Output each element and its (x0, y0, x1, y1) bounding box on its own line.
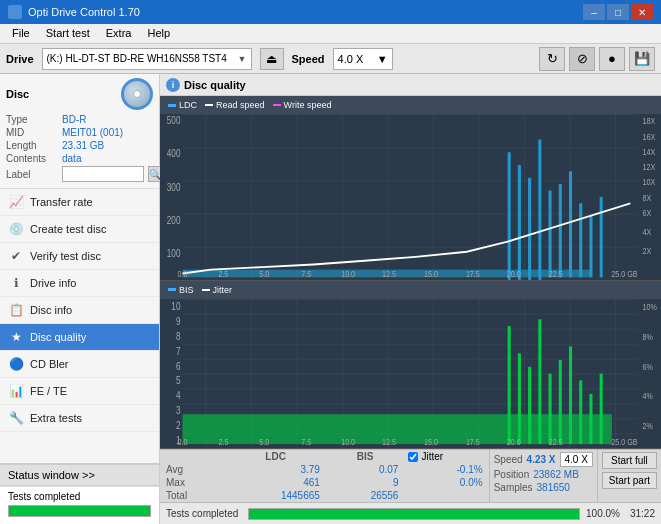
chart-title-icon: i (166, 78, 180, 92)
read-legend-dot (205, 104, 213, 106)
svg-rect-57 (538, 319, 541, 444)
position-row: Position 23862 MB (494, 469, 593, 480)
chart-header: i Disc quality (160, 74, 661, 96)
app-title: Opti Drive Control 1.70 (28, 6, 140, 18)
speed-stat-value: 4.23 X (527, 454, 556, 465)
svg-text:10%: 10% (643, 301, 658, 312)
maximize-button[interactable]: □ (607, 4, 629, 20)
extra-tests-icon: 🔧 (8, 410, 24, 426)
jitter-check-cell: Jitter (404, 450, 488, 463)
svg-rect-53 (182, 414, 611, 444)
svg-text:25.0 GB: 25.0 GB (611, 436, 638, 447)
svg-text:7: 7 (176, 344, 181, 356)
disc-label-input[interactable] (62, 166, 144, 182)
drive-dropdown-arrow: ▼ (238, 54, 247, 64)
svg-text:20.0: 20.0 (507, 270, 521, 280)
disc-mid-row: MID MEIT01 (001) (6, 127, 153, 138)
svg-text:4: 4 (176, 389, 181, 401)
bottom-progress-fill (249, 509, 579, 519)
type-label: Type (6, 114, 58, 125)
mid-value: MEIT01 (001) (62, 127, 123, 138)
svg-rect-18 (528, 178, 531, 280)
svg-text:5.0: 5.0 (259, 436, 269, 447)
svg-text:10.0: 10.0 (341, 270, 355, 280)
refresh-button[interactable]: ↻ (539, 47, 565, 71)
svg-text:17.5: 17.5 (466, 436, 480, 447)
svg-text:7.5: 7.5 (301, 270, 311, 280)
sidebar-item-extra-tests[interactable]: 🔧 Extra tests (0, 405, 159, 432)
svg-text:8: 8 (176, 329, 181, 341)
svg-rect-56 (528, 367, 531, 444)
bottom-status-bar: Tests completed 100.0% 31:22 (160, 502, 661, 524)
svg-text:20.0: 20.0 (507, 436, 521, 447)
status-section: Status window >> Tests completed (0, 463, 159, 524)
svg-rect-62 (589, 394, 592, 444)
minimize-button[interactable]: – (583, 4, 605, 20)
svg-text:10: 10 (171, 300, 180, 312)
menu-help[interactable]: Help (139, 26, 178, 41)
speed-arrow: ▼ (377, 53, 388, 65)
disc-inner-hole (133, 90, 141, 98)
eject-button[interactable]: ⏏ (260, 48, 284, 70)
svg-text:500: 500 (167, 115, 181, 126)
avg-bis: 0.07 (326, 463, 405, 476)
sidebar-item-drive-info[interactable]: ℹ Drive info (0, 270, 159, 297)
sidebar-item-cd-bler[interactable]: 🔵 CD Bler (0, 351, 159, 378)
svg-rect-58 (549, 373, 552, 444)
jitter-checkbox[interactable] (408, 452, 418, 462)
sidebar-item-fe-te[interactable]: 📊 FE / TE (0, 378, 159, 405)
sidebar-item-disc-quality[interactable]: ★ Disc quality (0, 324, 159, 351)
sidebar-item-disc-info[interactable]: 📋 Disc info (0, 297, 159, 324)
save-button[interactable]: 💾 (629, 47, 655, 71)
svg-text:6: 6 (176, 359, 181, 371)
svg-text:8%: 8% (643, 331, 654, 342)
svg-text:9: 9 (176, 314, 181, 326)
type-value: BD-R (62, 114, 86, 125)
svg-rect-22 (569, 171, 572, 277)
bottom-chart: BIS Jitter 10 9 (160, 281, 661, 449)
disc-length-row: Length 23.31 GB (6, 140, 153, 151)
svg-text:5.0: 5.0 (259, 270, 269, 280)
titlebar-left: Opti Drive Control 1.70 (8, 5, 140, 19)
cd-bler-label: CD Bler (30, 358, 69, 370)
menu-start-test[interactable]: Start test (38, 26, 98, 41)
drive-selector[interactable]: (K:) HL-DT-ST BD-RE WH16NS58 TST4 ▼ (42, 48, 252, 70)
burn-button[interactable]: ● (599, 47, 625, 71)
bottom-progress-percent: 100.0% (586, 508, 620, 519)
menu-extra[interactable]: Extra (98, 26, 140, 41)
max-bis: 9 (326, 476, 405, 489)
legend-jitter: Jitter (202, 285, 233, 295)
fe-te-label: FE / TE (30, 385, 67, 397)
svg-text:2X: 2X (643, 247, 652, 257)
sidebar-item-create-test-disc[interactable]: 💿 Create test disc (0, 216, 159, 243)
svg-rect-25 (600, 197, 603, 277)
svg-text:6%: 6% (643, 360, 654, 371)
svg-rect-54 (508, 326, 511, 444)
svg-text:200: 200 (167, 215, 181, 226)
menu-file[interactable]: File (4, 26, 38, 41)
verify-test-disc-icon: ✔ (8, 248, 24, 264)
drive-info-icon: ℹ (8, 275, 24, 291)
disc-header: Disc (6, 78, 153, 110)
close-button[interactable]: ✕ (631, 4, 653, 20)
titlebar-controls: – □ ✕ (583, 4, 653, 20)
disc-label-row: Label 🔍 (6, 166, 153, 182)
status-window-button[interactable]: Status window >> (0, 464, 159, 486)
disc-quality-label: Disc quality (30, 331, 86, 343)
speed-selector[interactable]: 4.0 X ▼ (333, 48, 393, 70)
read-legend-label: Read speed (216, 100, 265, 110)
sidebar-item-verify-test-disc[interactable]: ✔ Verify test disc (0, 243, 159, 270)
svg-rect-63 (600, 373, 603, 444)
erase-button[interactable]: ⊘ (569, 47, 595, 71)
disc-info-label: Disc info (30, 304, 72, 316)
svg-text:8X: 8X (643, 193, 652, 203)
svg-text:300: 300 (167, 182, 181, 193)
start-part-button[interactable]: Start part (602, 472, 657, 489)
stat-empty (160, 450, 225, 463)
transfer-rate-icon: 📈 (8, 194, 24, 210)
sidebar-item-transfer-rate[interactable]: 📈 Transfer rate (0, 189, 159, 216)
disc-label: Disc (6, 88, 29, 100)
legend-ldc: LDC (168, 100, 197, 110)
start-full-button[interactable]: Start full (602, 452, 657, 469)
drive-info-label: Drive info (30, 277, 76, 289)
